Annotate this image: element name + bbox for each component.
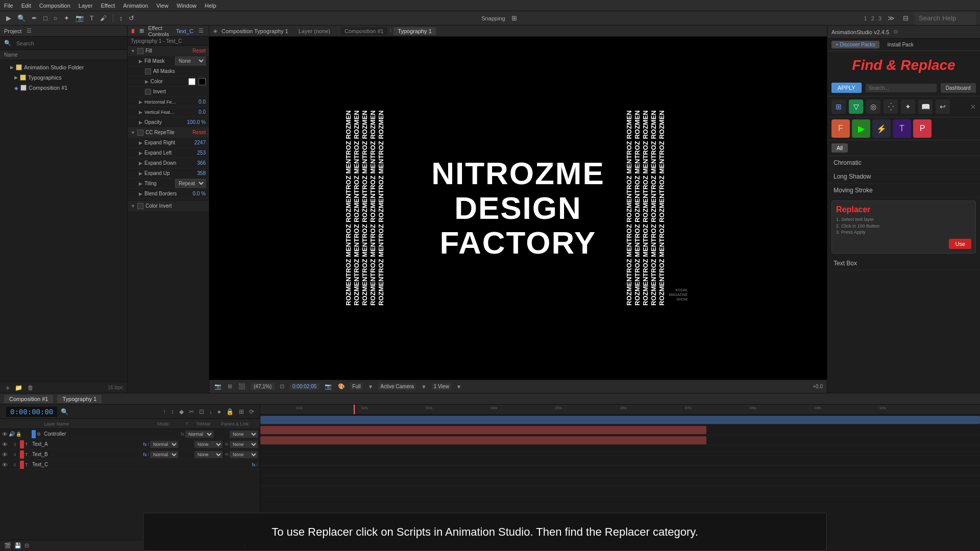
tl-lift-btn[interactable]: ↑ [161, 407, 167, 416]
search-help-input[interactable] [915, 12, 976, 25]
fill-section[interactable]: ▼ Fill Reset [128, 46, 209, 56]
menu-layer[interactable]: Layer [79, 3, 93, 9]
layer-parent-tb[interactable]: None [194, 451, 223, 458]
pen-tool[interactable]: ✒ [30, 13, 39, 23]
apply-search-input[interactable] [866, 84, 937, 92]
tl-extract-btn[interactable]: ↕ [169, 407, 176, 416]
tl-add-marker[interactable]: ◆ [178, 407, 185, 416]
tl-move-btn[interactable]: ↓ [208, 407, 214, 416]
fx-icon-ctrl[interactable]: fx [181, 432, 184, 437]
plugin-item-moving-stroke[interactable]: Moving Stroke [827, 184, 980, 197]
tl-compose-btn[interactable]: ⊟ [24, 542, 29, 549]
menu-edit[interactable]: Edit [21, 3, 31, 9]
menu-window[interactable]: Window [177, 3, 197, 9]
quality-btn[interactable]: ▼ [366, 383, 374, 391]
select-tool[interactable]: ▶ [4, 13, 13, 23]
plugin-icon-triangle[interactable]: ▽ [849, 99, 863, 114]
star-tool[interactable]: ✦ [62, 13, 71, 23]
install-pack-btn[interactable]: Install Pack [884, 41, 918, 48]
delete-btn[interactable]: 🗑 [26, 383, 35, 392]
cat-all-btn[interactable]: All [831, 143, 848, 153]
plugin-item-long-shadow[interactable]: Long Shadow [827, 170, 980, 184]
new-item-btn[interactable]: + [4, 383, 11, 393]
plugin-icon-circle[interactable]: ◎ [866, 99, 880, 114]
replacer-use-btn[interactable]: Use [949, 239, 971, 249]
search-tool[interactable]: 🔍 [15, 13, 28, 23]
tl-pad-btn[interactable]: ⊡ [198, 407, 206, 416]
brush-tool[interactable]: 🖌 [98, 13, 109, 23]
discover-packs-btn[interactable]: + Discover Packs [831, 41, 879, 48]
camera-tool[interactable]: 📷 [74, 13, 86, 23]
rect-tool[interactable]: □ [41, 13, 50, 23]
menu-view[interactable]: View [156, 3, 168, 9]
layer-mode-ctrl[interactable]: Normal [185, 431, 213, 438]
ellipse-tool[interactable]: ○ [52, 13, 60, 23]
layer-mode-tb[interactable]: Normal [150, 451, 178, 458]
effect-menu-btn[interactable]: ☰ [198, 28, 205, 34]
snapping-toggle[interactable]: ⊞ [509, 13, 519, 23]
layer-vis-ctrl[interactable]: 👁 [2, 431, 8, 437]
close-plugin-row-btn[interactable]: ✕ [970, 103, 976, 111]
all-masks-checkbox[interactable] [145, 68, 151, 74]
tree-item-comp1[interactable]: ◈ Composition #1 [0, 83, 127, 93]
rotate-tool[interactable]: ↺ [127, 13, 136, 23]
view-btn[interactable]: ▼ [455, 383, 463, 391]
comp-tab-1[interactable]: Composition #1 [340, 27, 387, 35]
tree-item-typographics[interactable]: ▶ Typographics [0, 72, 127, 83]
tree-item-folder[interactable]: ▶ Animation Studio Folder [0, 62, 127, 72]
layer-vis-tc[interactable]: 👁 [2, 462, 8, 468]
plugin-large-title[interactable]: T [893, 119, 911, 138]
plugin-large-p[interactable]: P [913, 119, 932, 138]
ci-checkbox[interactable] [137, 203, 143, 209]
invert-checkbox[interactable] [145, 89, 151, 95]
text-tool[interactable]: T [88, 13, 96, 23]
tl-trim-btn[interactable]: ✂ [187, 407, 195, 416]
menu-help[interactable]: Help [205, 3, 216, 9]
fx-icon-tb[interactable]: fx [143, 452, 146, 457]
layer-lock-ctrl[interactable]: 🔒 [16, 432, 21, 437]
workspace-settings[interactable]: ⊟ [901, 13, 911, 23]
color-swatch[interactable] [188, 78, 195, 85]
snapshot-btn[interactable]: 📷 [324, 382, 333, 391]
layer-parent-ctrl[interactable]: None [230, 431, 258, 438]
plugin-icon-arrow[interactable]: ↩ [936, 99, 950, 114]
layer-vis-ta[interactable]: 👁 [2, 441, 8, 447]
timeline-tab-typo[interactable]: Typography 1 [57, 395, 102, 403]
plugin-icon-star[interactable]: ✦ [901, 99, 915, 114]
comp-ctrl-screen[interactable]: ⬛ [237, 382, 247, 391]
tiling-select[interactable]: Repeat [175, 179, 206, 188]
fx-icon-ta[interactable]: fx [143, 442, 146, 447]
plugin-large-light[interactable]: ⚡ [872, 119, 891, 138]
layer-link-tb[interactable]: None [230, 451, 258, 458]
tl-render-btn[interactable]: 🎬 [4, 542, 11, 549]
plugin-large-form[interactable]: F [831, 119, 850, 138]
plugin-icon-grid[interactable]: ⊞ [831, 99, 846, 114]
dashboard-btn[interactable]: Dashboard [941, 83, 976, 93]
layer-mode-ta[interactable]: Normal [150, 441, 178, 448]
tl-save-btn[interactable]: 💾 [14, 542, 21, 549]
cc-reset[interactable]: Reset [192, 130, 206, 135]
menu-effect[interactable]: Effect [101, 3, 115, 9]
color-invert-section[interactable]: ▼ Color Invert [128, 201, 209, 211]
tl-solo-btn[interactable]: ● [216, 407, 223, 416]
show-channel[interactable]: 🎨 [337, 382, 346, 391]
zoom-fit[interactable]: ⊡ [279, 382, 285, 391]
cc-repetile-section[interactable]: ▼ CC RepeTile Reset [128, 128, 209, 138]
plugin-icon-dots[interactable]: ⁛ [884, 99, 898, 114]
layer-link-ta[interactable]: None [230, 441, 258, 448]
camera-btn[interactable]: ▼ [420, 383, 428, 391]
expand-panels[interactable]: ≫ [886, 13, 897, 23]
plugin-item-chromatic[interactable]: Chromatic [827, 156, 980, 170]
comp-tab-typography[interactable]: Typography 1 [394, 27, 436, 35]
comp-ctrl-grid[interactable]: ⊞ [227, 382, 233, 391]
fill-mask-select[interactable]: None [175, 57, 206, 65]
fill-reset[interactable]: Reset [192, 48, 206, 54]
plugin-icon-book[interactable]: 📖 [918, 99, 933, 114]
fill-checkbox[interactable] [137, 48, 143, 54]
plugin-item-text-box[interactable]: Text Box [827, 257, 980, 270]
plugin-large-green[interactable]: ▶ [852, 119, 870, 138]
menu-composition[interactable]: Composition [39, 3, 70, 9]
layer-parent-ta[interactable]: None [194, 441, 223, 448]
project-menu-btn[interactable]: ☰ [26, 28, 33, 34]
cc-checkbox[interactable] [137, 130, 143, 136]
